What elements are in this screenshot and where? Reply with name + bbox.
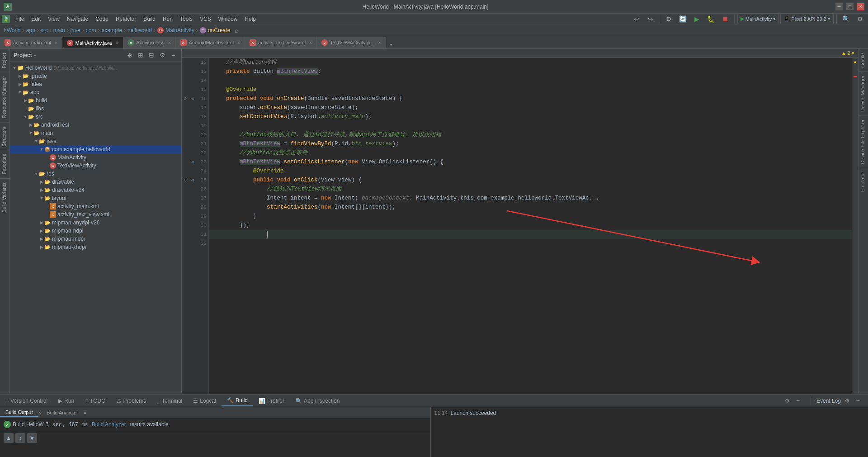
close-button[interactable]: ✕ (857, 3, 864, 10)
build-output-tab[interactable]: Build Output (0, 409, 38, 417)
bottom-tab-profiler[interactable]: 📊 Profiler (253, 396, 290, 406)
tree-item-activity-main-xml[interactable]: X activity_main.xml (10, 202, 181, 210)
bottom-tab-logcat[interactable]: ☰ Logcat (188, 396, 222, 406)
panel-tab-structure[interactable]: Structure (0, 122, 9, 150)
breadcrumb-item-mainactivity[interactable]: MainActivity (165, 27, 194, 33)
build-analyzer-link[interactable]: Build Analyzer (92, 421, 126, 428)
breadcrumb-nav-back[interactable]: ⌂ (235, 27, 238, 34)
tree-item-src[interactable]: ▼ 📂 src (10, 113, 181, 121)
tab-activity-main-xml[interactable]: X activity_main.xml × (0, 37, 62, 48)
panel-tab-emulator[interactable]: Emulator (859, 168, 868, 195)
menu-tools[interactable]: Tools (176, 15, 196, 23)
settings-button[interactable]: ⚙ (854, 13, 866, 25)
build-nav-up[interactable]: ▲ (4, 433, 14, 443)
tree-item-app[interactable]: ▼ 📂 app (10, 88, 181, 96)
maximize-button[interactable]: □ (846, 3, 854, 10)
build-analyzer-tab[interactable]: Build Analyzer (41, 409, 84, 416)
tab-close-java2[interactable]: × (378, 40, 381, 45)
menu-edit[interactable]: Edit (28, 15, 44, 23)
breadcrumb-item-java[interactable]: java (71, 27, 80, 33)
tab-activity-class[interactable]: A Activity.class × (123, 37, 176, 48)
refresh-button[interactable]: 🔄 (677, 13, 689, 25)
panel-tab-resource-manager[interactable]: Resource Manager (0, 72, 9, 122)
sidebar-add-button[interactable]: ⊕ (125, 51, 134, 60)
breadcrumb-item-hworld[interactable]: hWorld (4, 27, 21, 33)
editor-content-area[interactable]: 12 13 14 15 ⊙ (182, 58, 858, 394)
tab-activity-text-view-xml[interactable]: X activity_text_view.xml × (245, 37, 317, 48)
tree-item-mipmap-anydpi[interactable]: ▶ 📂 mipmap-anydpi-v26 (10, 219, 181, 227)
panel-tab-gradle[interactable]: Gradle (859, 49, 868, 71)
bottom-tab-todo[interactable]: ≡ TODO (80, 396, 111, 406)
tab-close-java1[interactable]: × (116, 40, 118, 45)
sidebar-dropdown-arrow[interactable]: ▾ (34, 53, 36, 58)
menu-vcs[interactable]: VCS (196, 15, 215, 23)
tree-item-mipmap-hdpi[interactable]: ▶ 📂 mipmap-hdpi (10, 227, 181, 235)
build-nav-wrap[interactable]: ↕ (15, 433, 25, 443)
event-log-settings[interactable]: ⚙ (843, 396, 852, 405)
breadcrumb-item-src[interactable]: src (41, 27, 48, 33)
sidebar-close-button[interactable]: − (169, 51, 178, 60)
panel-tab-project[interactable]: Project (0, 49, 9, 72)
tree-item-androidtest[interactable]: ▶ 📂 androidTest (10, 121, 181, 129)
bottom-tab-run[interactable]: ▶ Run (53, 396, 80, 406)
bottom-tab-build[interactable]: 🔨 Build (222, 395, 253, 406)
bottom-tab-version-control[interactable]: ⑂ Version Control (0, 396, 53, 406)
menu-build[interactable]: Build (140, 15, 159, 23)
sync-button[interactable]: ⚙ (663, 13, 675, 25)
menu-window[interactable]: Window (215, 15, 241, 23)
code-area[interactable]: //声明button按钮 private Button mBtnTextView… (209, 58, 852, 394)
run-config-dropdown[interactable]: ▶ MainActivity ▾ (737, 14, 779, 24)
bottom-minimize-button[interactable]: − (793, 396, 802, 405)
tree-item-java[interactable]: ▼ 📂 java (10, 137, 181, 145)
tree-item-drawable-v24[interactable]: ▶ 📂 drawable-v24 (10, 186, 181, 194)
breadcrumb-item-com[interactable]: com (86, 27, 96, 33)
menu-file[interactable]: File (12, 15, 28, 23)
breadcrumb-item-oncreate[interactable]: onCreate (208, 27, 230, 33)
breadcrumb-item-main[interactable]: main (53, 27, 65, 33)
menu-help[interactable]: Help (241, 15, 259, 23)
minimize-button[interactable]: ─ (835, 3, 843, 10)
breadcrumb-item-example[interactable]: example (102, 27, 122, 33)
panel-tab-device-file-explorer[interactable]: Device File Explorer (859, 115, 868, 167)
tabs-overflow[interactable]: ▾ (386, 42, 396, 48)
tree-item-idea[interactable]: ▶ 📂 .idea (10, 80, 181, 88)
bottom-tab-app-inspection[interactable]: 🔍 App Inspection (290, 396, 345, 406)
tab-close-activity[interactable]: × (168, 40, 171, 45)
tab-close-xml1[interactable]: × (55, 40, 57, 45)
panel-tab-favorites[interactable]: Favorites (0, 150, 9, 178)
tree-item-mipmap-xhdpi[interactable]: ▶ 📂 mipmap-xhdpi (10, 243, 181, 251)
warning-count[interactable]: ▲ 2 ▾ (841, 50, 854, 56)
tree-item-helloworld[interactable]: ▼ 📁 HelloWorld D:\android workspace\Hell… (10, 64, 181, 72)
bottom-settings-button[interactable]: ⚙ (783, 396, 792, 405)
tab-androidmanifest[interactable]: X AndroidManifest.xml × (176, 37, 245, 48)
menu-refactor[interactable]: Refactor (112, 15, 140, 23)
bottom-tab-terminal[interactable]: _ Terminal (151, 396, 188, 406)
panel-tab-device-manager[interactable]: Device Manager (859, 71, 868, 115)
tree-item-com-example[interactable]: ▼ 📦 com.example.helloworld (10, 145, 181, 153)
tree-item-libs[interactable]: 📂 libs (10, 105, 181, 113)
tree-item-textviewactivity[interactable]: C TextViewActivity (10, 162, 181, 170)
menu-view[interactable]: View (44, 15, 63, 23)
tab-mainactivity-java[interactable]: J MainActivity.java × (62, 37, 123, 48)
menu-navigate[interactable]: Navigate (63, 15, 92, 23)
panel-tab-build-variants[interactable]: Build Variants (0, 178, 9, 216)
menu-run[interactable]: Run (159, 15, 176, 23)
tree-item-res[interactable]: ▼ 📂 res (10, 170, 181, 178)
redo-button[interactable]: ↪ (644, 13, 657, 25)
search-everywhere-button[interactable]: 🔍 (840, 13, 852, 25)
device-dropdown[interactable]: 📱 Pixel 2 API 29 2 ▾ (780, 14, 834, 24)
build-nav-down[interactable]: ▼ (27, 433, 37, 443)
tree-item-mipmap-mdpi[interactable]: ▶ 📂 mipmap-mdpi (10, 235, 181, 243)
sidebar-expand-button[interactable]: ⊞ (136, 51, 145, 60)
debug-button[interactable]: 🐛 (705, 13, 717, 25)
breadcrumb-item-app[interactable]: app (26, 27, 35, 33)
tree-item-drawable[interactable]: ▶ 📂 drawable (10, 178, 181, 186)
tree-item-main[interactable]: ▼ 📂 main (10, 129, 181, 137)
bottom-tab-problems[interactable]: ⚠ Problems (111, 396, 152, 406)
breadcrumb-item-helloworld[interactable]: helloworld (127, 27, 152, 33)
tree-item-gradle[interactable]: ▶ 📂 .gradle (10, 72, 181, 80)
tree-item-mainactivity[interactable]: C MainActivity (10, 153, 181, 162)
tab-close-manifest[interactable]: × (237, 40, 240, 45)
sidebar-settings-button[interactable]: ⚙ (158, 51, 167, 60)
tab-close-xml2[interactable]: × (309, 40, 312, 45)
